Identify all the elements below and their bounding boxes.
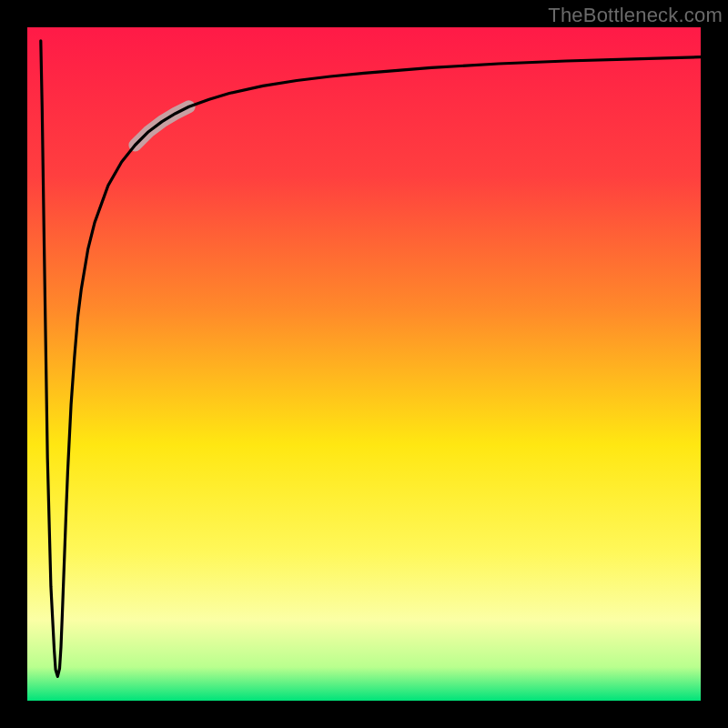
plot-area — [27, 27, 701, 701]
chart-frame: TheBottleneck.com — [0, 0, 728, 728]
chart-svg — [27, 27, 701, 701]
watermark-label: TheBottleneck.com — [548, 4, 723, 27]
gradient-background — [27, 27, 701, 701]
